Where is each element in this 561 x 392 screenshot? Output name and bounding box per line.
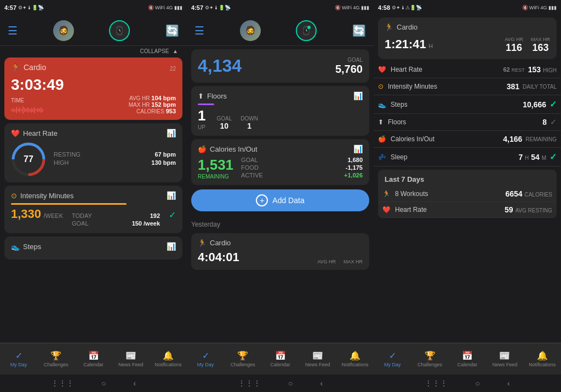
p3-avg-hr-right: 59 AVG RESTING	[505, 205, 552, 214]
p3-hr-left: ❤️ Heart Rate	[378, 66, 422, 73]
nav-calendar-2[interactable]: 📅 Calendar	[261, 350, 299, 367]
nav-news-feed-3[interactable]: 📰 News Feed	[486, 350, 523, 367]
home-btn-3[interactable]: ○	[475, 379, 479, 388]
notifications-icon-3: 🔔	[537, 350, 548, 361]
p3-hr-rest-val: 62 REST	[503, 66, 524, 73]
back-btn-2[interactable]: ‹	[320, 379, 323, 388]
p3-avg-hr-sub: AVG RESTING	[515, 207, 552, 214]
my-day-label-2: My Day	[197, 362, 214, 367]
bottom-nav-1: ✓ My Day 🏆 Challenges 📅 Calendar 📰 News …	[0, 343, 187, 374]
nav-news-feed-2[interactable]: 📰 News Feed	[299, 350, 336, 367]
status-right-1: 🔇 WiFi 4G ▮▮▮	[148, 5, 183, 10]
sync-icon-1[interactable]: 🔄	[165, 24, 179, 37]
my-day-icon-1: ✓	[15, 350, 22, 361]
collapse-arrow-icon: ▲	[173, 48, 178, 54]
steps-header: 👟 Steps 📊	[11, 242, 176, 251]
menu-icon-2[interactable]: ☰	[194, 24, 204, 37]
p3-floors-right: 8 ✓	[542, 118, 557, 126]
sys-nav-3: ⋮⋮⋮ ○ ‹	[374, 374, 561, 392]
yesterday-section: Yesterday	[187, 216, 374, 231]
nav-notifications-1[interactable]: 🔔 Notifications	[150, 350, 187, 367]
p3-avg-hr-left: ❤️ Heart Rate	[382, 206, 427, 214]
status-icons-2: ⚙✦🌡🔋📡	[205, 5, 231, 10]
yesterday-cardio-title: 🏃 Cardio	[198, 239, 363, 247]
news-feed-label-2: News Feed	[305, 362, 330, 367]
calories-chart-icon: 📊	[353, 145, 363, 153]
cardio-run-icon: 🏃	[11, 63, 20, 72]
steps-big-card: 4,134 GOAL 5,760	[191, 49, 369, 83]
p3-calories-sub: REMAINING	[525, 136, 557, 142]
challenges-icon-1: 🏆	[50, 350, 61, 361]
calories-goal-row: GOAL 1,680	[241, 157, 363, 163]
status-bar-1: 4:57 ⚙✦🌡🔋📡 🔇 WiFi 4G ▮▮▮	[0, 0, 187, 15]
status-bar-3: 4:58 ⚙✦🌡⚠🔋📡 🔇 WiFi 4G ▮▮▮	[374, 0, 561, 15]
p3-calories-label: Calories In/Out	[391, 135, 434, 143]
p3-steps-left: 👟 Steps	[378, 101, 408, 108]
challenges-label-1: Challenges	[44, 362, 68, 367]
nav-my-day-1[interactable]: ✓ My Day	[0, 350, 37, 367]
p3-floors-label: Floors	[388, 118, 406, 126]
hr-high-row: HIGH 130 bpm	[54, 159, 176, 166]
back-btn-1[interactable]: ‹	[133, 379, 136, 388]
floors-content: 1 UP GOAL 10 DOWN 1	[198, 107, 363, 130]
hr-value-1: 77	[24, 154, 33, 164]
p3-steps-check: ✓	[549, 99, 557, 109]
calories-content: 1,531 REMAINING GOAL 1,680 FOOD -1,175	[198, 157, 363, 180]
svg-point-11	[307, 26, 311, 29]
nav-my-day-2[interactable]: ✓ My Day	[187, 350, 224, 367]
menu-icon-1[interactable]: ☰	[8, 24, 18, 37]
steps-card-1: 👟 Steps 📊	[4, 237, 182, 260]
p3-hr-high-val: 153 HIGH	[528, 65, 557, 74]
intensity-header: ⊙ Intensity Minutes 📊	[11, 191, 176, 200]
nav-calendar-1[interactable]: 📅 Calendar	[75, 350, 112, 367]
nav-my-day-3[interactable]: ✓ My Day	[374, 350, 411, 367]
steps-goal-section: GOAL 5,760	[335, 57, 363, 76]
status-left-3: 4:58 ⚙✦🌡⚠🔋📡	[378, 4, 422, 11]
avatar-1: 🧔	[53, 20, 74, 41]
recents-btn-1[interactable]: ⋮⋮⋮	[51, 379, 74, 388]
bottom-nav-3: ✓ My Day 🏆 Challenges 📅 Calendar 📰 News …	[374, 343, 561, 374]
status-icons-1: ⚙✦🌡🔋📡	[18, 5, 44, 10]
content-3: 🏃 Cardio 1:21:41 H AVG HR 116 MAX	[374, 15, 561, 343]
nav-notifications-2[interactable]: 🔔 Notifications	[336, 350, 374, 367]
steps-icon-1: 👟	[11, 243, 20, 251]
home-btn-2[interactable]: ○	[288, 379, 293, 388]
floors-down: DOWN 1	[241, 116, 258, 130]
p3-cardio-time-section: 1:21:41 H	[385, 37, 433, 51]
home-btn-1[interactable]: ○	[101, 379, 106, 388]
status-icons-3: ⚙✦🌡⚠🔋📡	[392, 5, 422, 10]
p3-sleep-check: ✓	[549, 152, 557, 162]
hr-card-header: ❤️ Heart Rate 📊	[11, 129, 176, 137]
p3-sleep-row: 💤 Sleep 7 H 54 M ✓	[374, 148, 561, 166]
intensity-goal-row: GOAL 150 /week	[72, 220, 160, 227]
p3-avg-hr-row: ❤️ Heart Rate 59 AVG RESTING	[378, 202, 557, 218]
floors-header: ⬆ Floors 📊	[198, 91, 363, 100]
add-data-button[interactable]: + Add Data	[191, 189, 369, 211]
nav-challenges-3[interactable]: 🏆 Challenges	[411, 350, 448, 367]
calories-icon: 🍎	[198, 145, 207, 153]
collapse-label: COLLAPSE ▲	[0, 46, 187, 54]
back-btn-3[interactable]: ‹	[507, 379, 510, 388]
calories-card-2: 🍎 Calories In/Out 📊 1,531 REMAINING GOAL…	[191, 139, 369, 185]
nav-calendar-3[interactable]: 📅 Calendar	[449, 350, 486, 367]
yesterday-max-hr: MAX HR	[344, 259, 363, 264]
recents-btn-3[interactable]: ⋮⋮⋮	[425, 379, 448, 388]
p3-workouts-icon: 🏃	[382, 190, 391, 198]
p3-floors-value: 8	[542, 118, 547, 126]
nav-challenges-1[interactable]: 🏆 Challenges	[37, 350, 75, 367]
calendar-icon-3: 📅	[462, 350, 473, 361]
cardio-waveform	[11, 106, 43, 114]
cardio-row-1: TIME	[11, 95, 176, 114]
calories-active-row: ACTIVE +1,026	[241, 172, 363, 178]
yesterday-avg-hr: AVG HR	[317, 259, 336, 264]
yesterday-label: Yesterday	[191, 221, 220, 228]
p3-workouts-label: 8 Workouts	[395, 190, 428, 198]
nav-challenges-2[interactable]: 🏆 Challenges	[224, 350, 261, 367]
floors-goal: GOAL 10	[216, 116, 232, 130]
content-1: COLLAPSE ▲ 🏃 Cardio 22 3:03:49 TIME	[0, 46, 187, 343]
nav-news-feed-1[interactable]: 📰 News Feed	[112, 350, 150, 367]
sync-icon-2[interactable]: 🔄	[352, 24, 366, 37]
hr-resting-row: RESTING 67 bpm	[54, 151, 176, 158]
nav-notifications-3[interactable]: 🔔 Notifications	[524, 350, 561, 367]
recents-btn-2[interactable]: ⋮⋮⋮	[238, 379, 261, 388]
